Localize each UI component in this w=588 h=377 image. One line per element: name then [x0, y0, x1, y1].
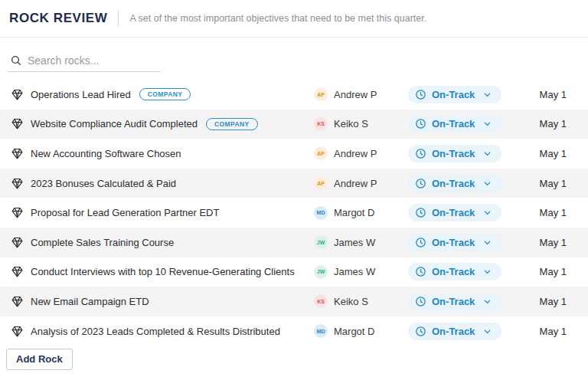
rock-title: Proposal for Lead Generation Partner EDT: [31, 207, 219, 218]
status-dropdown[interactable]: On-Track: [408, 323, 501, 340]
page-header: ROCK REVIEW A set of the most important …: [0, 0, 588, 38]
status-column: On-Track: [408, 323, 519, 340]
rock-title: Analysis of 2023 Leads Completed & Resul…: [31, 326, 280, 337]
status-column: On-Track: [408, 175, 519, 192]
rock-row: Conduct Interviews with top 10 Revenue-G…: [0, 257, 588, 287]
rock-row-left: New Accounting Software Chosen: [11, 147, 314, 160]
owner-name: Andrew P: [334, 148, 377, 159]
rock-row-left: Complete Sales Training Course: [11, 236, 314, 249]
avatar: AP: [314, 176, 328, 190]
status-column: On-Track: [408, 204, 519, 221]
chevron-down-icon: [482, 238, 492, 248]
rock-row-left: Operations Lead Hired COMPANY: [11, 88, 314, 101]
due-date: May 1: [519, 237, 567, 248]
due-date: May 1: [519, 178, 567, 189]
search-input[interactable]: [28, 54, 154, 67]
gem-icon: [11, 177, 24, 190]
rock-owner: JW James W: [314, 265, 408, 279]
gem-icon: [11, 117, 24, 130]
status-column: On-Track: [408, 145, 519, 162]
rock-row: Complete Sales Training Course JW James …: [0, 228, 588, 257]
status-dropdown[interactable]: On-Track: [408, 293, 501, 310]
chevron-down-icon: [482, 297, 492, 307]
rock-row-left: 2023 Bonuses Calculated & Paid: [11, 177, 314, 190]
clock-icon: [415, 296, 426, 307]
owner-name: James W: [334, 266, 375, 277]
status-label: On-Track: [432, 207, 475, 218]
due-date: May 1: [519, 118, 567, 129]
rock-row: Proposal for Lead Generation Partner EDT…: [0, 198, 588, 228]
rock-row: New Accounting Software Chosen AP Andrew…: [0, 139, 588, 169]
clock-icon: [415, 148, 426, 159]
rock-list: Operations Lead Hired COMPANY AP Andrew …: [0, 80, 588, 346]
rock-row-left: Conduct Interviews with top 10 Revenue-G…: [11, 265, 314, 278]
company-badge: COMPANY: [139, 88, 191, 100]
status-dropdown[interactable]: On-Track: [408, 145, 501, 162]
status-dropdown[interactable]: On-Track: [408, 204, 501, 221]
chevron-down-icon: [482, 90, 492, 100]
due-date: May 1: [519, 89, 567, 100]
status-label: On-Track: [432, 148, 475, 159]
rock-owner: AP Andrew P: [314, 146, 408, 160]
search-icon: [10, 54, 22, 67]
rock-row-left: Website Compliance Audit Completed COMPA…: [11, 117, 314, 130]
status-dropdown[interactable]: On-Track: [408, 86, 501, 103]
rock-owner: KS Keiko S: [314, 294, 408, 308]
status-label: On-Track: [432, 266, 475, 277]
avatar: JW: [314, 235, 328, 249]
owner-name: Keiko S: [334, 118, 368, 129]
avatar: KS: [314, 294, 328, 308]
rock-row: Analysis of 2023 Leads Completed & Resul…: [0, 316, 588, 346]
gem-icon: [11, 147, 24, 160]
chevron-down-icon: [482, 326, 492, 336]
status-dropdown[interactable]: On-Track: [408, 234, 501, 251]
owner-name: Margot D: [334, 326, 374, 337]
rock-row: 2023 Bonuses Calculated & Paid AP Andrew…: [0, 169, 588, 198]
status-dropdown[interactable]: On-Track: [408, 175, 501, 192]
clock-icon: [415, 118, 426, 129]
avatar: AP: [314, 146, 328, 160]
avatar: JW: [314, 265, 328, 279]
rock-row-left: New Email Campaign ETD: [11, 295, 314, 308]
header-divider: [118, 10, 119, 27]
owner-name: James W: [334, 237, 375, 248]
status-column: On-Track: [408, 263, 519, 280]
chevron-down-icon: [482, 208, 492, 218]
status-label: On-Track: [432, 326, 475, 337]
rock-title: Complete Sales Training Course: [31, 237, 174, 248]
rock-title: New Accounting Software Chosen: [31, 148, 181, 159]
gem-icon: [11, 325, 24, 338]
status-label: On-Track: [432, 296, 475, 307]
chevron-down-icon: [482, 179, 492, 188]
rock-owner: KS Keiko S: [314, 117, 408, 131]
owner-name: Keiko S: [334, 296, 368, 307]
rock-row: Website Compliance Audit Completed COMPA…: [0, 110, 588, 139]
add-rock-button[interactable]: Add Rock: [6, 349, 73, 370]
rock-owner: MD Margot D: [314, 206, 408, 220]
rock-title: 2023 Bonuses Calculated & Paid: [31, 178, 176, 189]
gem-icon: [11, 265, 24, 278]
company-badge: COMPANY: [206, 118, 258, 130]
owner-name: Andrew P: [334, 178, 377, 189]
rock-owner: AP Andrew P: [314, 176, 408, 190]
rock-title: Operations Lead Hired: [31, 89, 131, 100]
rock-owner: MD Margot D: [314, 324, 408, 338]
status-dropdown[interactable]: On-Track: [408, 115, 501, 133]
due-date: May 1: [519, 296, 567, 307]
clock-icon: [415, 237, 426, 248]
due-date: May 1: [519, 326, 567, 337]
search-bar[interactable]: [8, 53, 161, 72]
rock-owner: AP Andrew P: [314, 87, 408, 101]
rock-row: Operations Lead Hired COMPANY AP Andrew …: [0, 80, 588, 110]
status-column: On-Track: [408, 293, 519, 310]
rock-row-left: Analysis of 2023 Leads Completed & Resul…: [11, 325, 314, 338]
status-dropdown[interactable]: On-Track: [408, 263, 501, 280]
rock-title: Conduct Interviews with top 10 Revenue-G…: [31, 266, 295, 277]
status-label: On-Track: [432, 89, 475, 100]
owner-name: Margot D: [334, 207, 374, 218]
avatar: MD: [314, 324, 328, 338]
clock-icon: [415, 178, 426, 189]
rock-title: New Email Campaign ETD: [31, 296, 149, 307]
status-column: On-Track: [408, 86, 519, 103]
avatar: KS: [314, 117, 328, 131]
